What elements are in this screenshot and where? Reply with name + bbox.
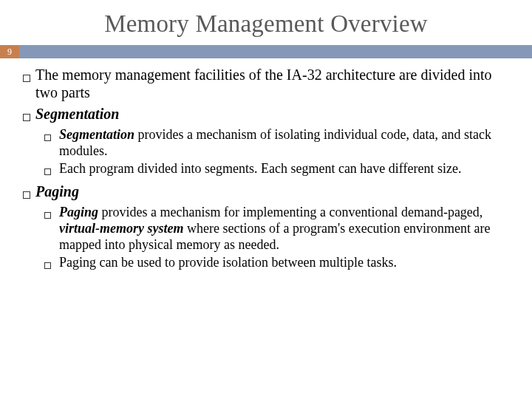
emph-text: Paging bbox=[59, 205, 98, 219]
page-number: 9 bbox=[0, 45, 19, 58]
slide-title: Memory Management Overview bbox=[18, 10, 514, 38]
plain-text: provides a mechanism for implementing a … bbox=[98, 205, 482, 219]
bullet-level1: Segmentation bbox=[18, 105, 514, 124]
square-bullet-icon bbox=[18, 183, 35, 202]
page-bar: 9 bbox=[0, 45, 532, 58]
bullet-text: Paging bbox=[35, 183, 514, 202]
bullet-level2: Paging provides a mechanism for implemen… bbox=[44, 205, 514, 253]
bullet-text: Paging provides a mechanism for implemen… bbox=[59, 205, 514, 253]
bullet-text: Segmentation bbox=[35, 105, 514, 124]
square-bullet-icon bbox=[44, 205, 59, 253]
content-area: The memory management facilities of the … bbox=[18, 58, 514, 271]
bullet-text: Each program divided into segments. Each… bbox=[59, 161, 514, 178]
square-bullet-icon bbox=[18, 105, 35, 124]
bullet-level1: Paging bbox=[18, 183, 514, 202]
square-bullet-icon bbox=[18, 66, 35, 102]
square-bullet-icon bbox=[44, 255, 59, 272]
bullet-text: Segmentation provides a mechanism of iso… bbox=[59, 127, 514, 160]
bullet-level2: Each program divided into segments. Each… bbox=[44, 161, 514, 178]
bullet-text: The memory management facilities of the … bbox=[35, 66, 514, 102]
page-bar-fill bbox=[19, 45, 532, 58]
bullet-level1: The memory management facilities of the … bbox=[18, 66, 514, 102]
bullet-level2: Segmentation provides a mechanism of iso… bbox=[44, 127, 514, 160]
square-bullet-icon bbox=[44, 161, 59, 178]
slide: Memory Management Overview 9 The memory … bbox=[0, 0, 532, 399]
square-bullet-icon bbox=[44, 127, 59, 160]
bullet-text: Paging can be used to provide isolation … bbox=[59, 255, 514, 272]
emph-text: virtual-memory system bbox=[59, 221, 183, 236]
emph-text: Segmentation bbox=[59, 127, 134, 142]
bullet-level2: Paging can be used to provide isolation … bbox=[44, 255, 514, 272]
